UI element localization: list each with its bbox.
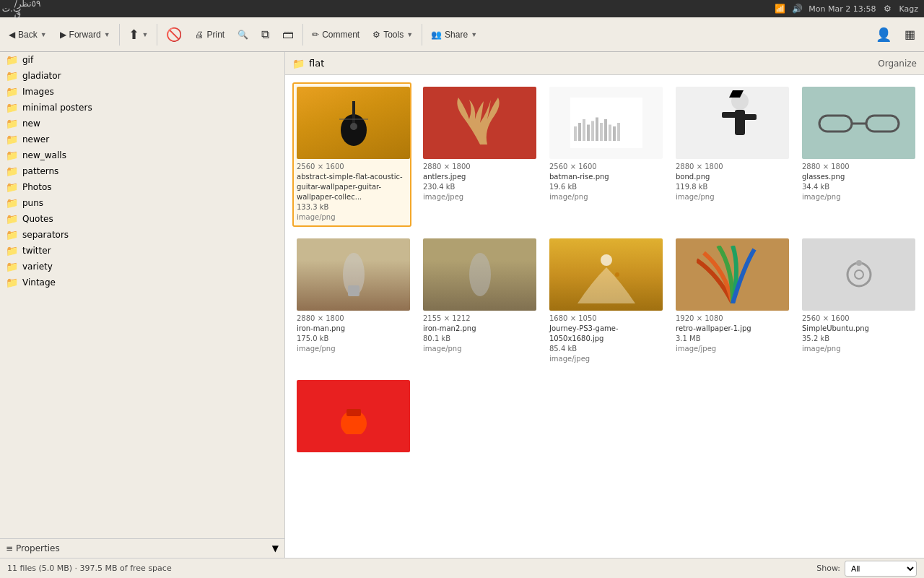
sidebar-item-variety[interactable]: 📁variety bbox=[0, 259, 284, 275]
properties-label: ≡ Properties bbox=[6, 543, 60, 553]
svg-rect-15 bbox=[617, 123, 620, 141]
file-size: 133.3 kB bbox=[297, 202, 407, 212]
sidebar-item-photos[interactable]: 📁Photos bbox=[0, 179, 284, 195]
file-item[interactable]: 1920 × 1080 retro-wallpaper-1.jpg 3.1 MB… bbox=[671, 234, 790, 368]
search-button[interactable]: 🔍 bbox=[232, 22, 254, 48]
file-dimensions: 2880 × 1800 bbox=[802, 162, 912, 172]
svg-rect-19 bbox=[744, 114, 757, 120]
svg-point-2 bbox=[350, 123, 357, 130]
file-browser: 📁 flat Organize 2560 × 1600 abstract-sim… bbox=[285, 52, 924, 558]
back-button[interactable]: ◀ Back ▼ bbox=[3, 22, 53, 48]
file-type: image/png bbox=[297, 344, 407, 354]
file-item[interactable]: 2155 × 1212 iron-man2.png 80.1 kB image/… bbox=[419, 234, 538, 368]
file-info: 2560 × 1600 batman-rise.png 19.6 kB imag… bbox=[549, 162, 660, 202]
file-item[interactable]: 2880 × 1800 glasses.png 34.4 kB image/pn… bbox=[798, 82, 917, 227]
file-item[interactable]: 2560 × 1600 SimpleUbuntu.png 35.2 kB ima… bbox=[798, 234, 917, 368]
main-area: 📁gif📁gladiator📁Images📁minimal posters📁ne… bbox=[0, 52, 924, 558]
forward-arrow: ▼ bbox=[104, 31, 110, 38]
folder-icon: 📁 bbox=[6, 197, 18, 209]
forward-button[interactable]: ▶ Forward ▼ bbox=[54, 22, 116, 48]
svg-point-27 bbox=[601, 254, 612, 266]
file-item[interactable] bbox=[292, 376, 411, 460]
sidebar-item-minimal-posters[interactable]: 📁minimal posters bbox=[0, 100, 284, 116]
comment-button[interactable]: ✏ Comment bbox=[306, 22, 365, 48]
folder-icon: 📁 bbox=[6, 54, 18, 66]
comment-icon: ✏ bbox=[312, 30, 319, 40]
organize-button[interactable]: Organize bbox=[878, 59, 917, 69]
sidebar-item-separators[interactable]: 📁separators bbox=[0, 227, 284, 243]
tools-button[interactable]: ⚙ Tools ▼ bbox=[367, 22, 419, 48]
user-icon-button[interactable]: 👤 bbox=[870, 22, 897, 48]
sidebar-item-images[interactable]: 📁Images bbox=[0, 84, 284, 100]
svg-rect-17 bbox=[735, 110, 745, 135]
file-item[interactable]: 2560 × 1600 batman-rise.png 19.6 kB imag… bbox=[545, 82, 664, 227]
properties-expand-icon[interactable]: ▼ bbox=[272, 543, 279, 553]
file-dimensions: 2155 × 1212 bbox=[423, 314, 533, 324]
share-icon: 👥 bbox=[431, 30, 442, 40]
file-dimensions: 2880 × 1800 bbox=[297, 314, 407, 324]
file-dimensions: 1680 × 1050 bbox=[549, 314, 660, 324]
share-button[interactable]: 👥 Share ▼ bbox=[425, 22, 483, 48]
settings-icon[interactable]: ⚙ bbox=[881, 3, 893, 14]
file-size: 80.1 kB bbox=[423, 334, 533, 344]
file-thumbnail bbox=[297, 87, 410, 159]
folder-icon: 📁 bbox=[6, 261, 18, 272]
file-info: 1920 × 1080 retro-wallpaper-1.jpg 3.1 MB… bbox=[676, 314, 786, 354]
sidebar-item-newer[interactable]: 📁newer bbox=[0, 131, 284, 147]
sidebar: 📁gif📁gladiator📁Images📁minimal posters📁ne… bbox=[0, 52, 285, 558]
app-name: Kagz bbox=[899, 4, 918, 14]
file-info: 2560 × 1600 SimpleUbuntu.png 35.2 kB ima… bbox=[802, 314, 912, 354]
sidebar-item-quotes[interactable]: 📁Quotes bbox=[0, 211, 284, 227]
file-item[interactable]: 2880 × 1800 bond.png 119.8 kB image/png bbox=[671, 82, 790, 227]
sidebar-item-vintage[interactable]: 📁Vintage bbox=[0, 275, 284, 290]
sidebar-item-twitter[interactable]: 📁twitter bbox=[0, 243, 284, 259]
back-icon: ◀ bbox=[9, 30, 15, 40]
toolbar-sep-4 bbox=[422, 24, 422, 46]
file-dimensions: 2560 × 1600 bbox=[297, 162, 407, 172]
basket-button[interactable]: 🗃 bbox=[276, 22, 300, 48]
file-type: image/png bbox=[802, 344, 912, 354]
print-button[interactable]: 🖨 Print bbox=[189, 22, 230, 48]
sidebar-item-gladiator[interactable]: 📁gladiator bbox=[0, 68, 284, 84]
stop-button[interactable]: 🚫 bbox=[160, 22, 188, 48]
properties-icon: ≡ bbox=[6, 543, 13, 553]
file-dimensions: 2880 × 1800 bbox=[423, 162, 533, 172]
folder-icon: 📁 bbox=[6, 118, 18, 129]
file-size: 35.2 kB bbox=[802, 334, 912, 344]
upload-icon: ⬆ bbox=[128, 27, 139, 43]
file-item[interactable]: 2880 × 1800 antlers.jpeg 230.4 kB image/… bbox=[419, 82, 538, 227]
status-bar: 11 files (5.0 MB) · 397.5 MB of free spa… bbox=[0, 558, 924, 578]
sidebar-item-puns[interactable]: 📁puns bbox=[0, 195, 284, 211]
view-toggle-button[interactable]: ▦ bbox=[899, 22, 921, 48]
svg-point-28 bbox=[615, 272, 619, 277]
sidebar-item-gif[interactable]: 📁gif bbox=[0, 52, 284, 68]
print-icon: 🖨 bbox=[195, 30, 204, 40]
file-item[interactable]: 1680 × 1050 Journey-PS3-game-1050x1680.j… bbox=[545, 234, 664, 368]
sidebar-item-label: newer bbox=[22, 134, 49, 144]
file-thumbnail bbox=[297, 380, 410, 452]
file-size: 119.8 kB bbox=[676, 182, 786, 192]
show-select[interactable]: AllImagesDocumentsAudioVideo bbox=[845, 561, 917, 577]
folder-icon: 📁 bbox=[6, 102, 18, 113]
file-info: 2155 × 1212 iron-man2.png 80.1 kB image/… bbox=[423, 314, 533, 354]
svg-rect-5 bbox=[574, 126, 577, 141]
file-type: image/png bbox=[423, 344, 533, 354]
sidebar-item-new_walls[interactable]: 📁new_walls bbox=[0, 147, 284, 163]
sidebar-item-patterns[interactable]: 📁patterns bbox=[0, 163, 284, 179]
svg-rect-10 bbox=[596, 118, 598, 142]
sidebar-item-label: Images bbox=[22, 87, 54, 97]
sidebar-item-label: variety bbox=[22, 262, 53, 272]
file-item[interactable]: 2560 × 1600 abstract-simple-flat-acousti… bbox=[292, 82, 411, 227]
upload-button[interactable]: ⬆ ▼ bbox=[123, 22, 154, 48]
sidebar-list: 📁gif📁gladiator📁Images📁minimal posters📁ne… bbox=[0, 52, 284, 538]
view-icon: ▦ bbox=[905, 27, 915, 41]
svg-point-31 bbox=[856, 260, 862, 266]
file-name: glasses.png bbox=[802, 172, 912, 182]
file-item[interactable]: 2880 × 1800 iron-man.png 175.0 kB image/… bbox=[292, 234, 411, 368]
file-grid: 2560 × 1600 abstract-simple-flat-acousti… bbox=[285, 75, 924, 558]
sidebar-item-new[interactable]: 📁new bbox=[0, 116, 284, 131]
sidebar-item-label: Quotes bbox=[22, 214, 53, 224]
file-type: image/png bbox=[676, 192, 786, 202]
folder-icon: 📁 bbox=[6, 150, 18, 161]
copy-button[interactable]: ⧉ bbox=[256, 22, 275, 48]
